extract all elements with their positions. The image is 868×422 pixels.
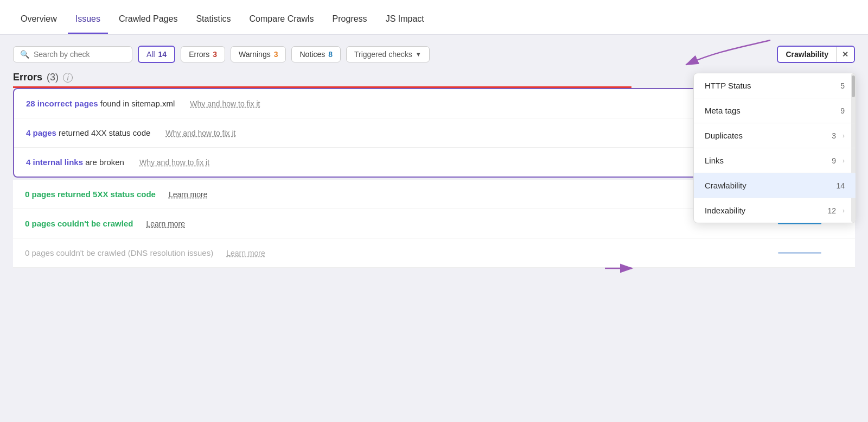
crawl-fail-learn-link[interactable]: Learn more [146,219,185,228]
filter-warnings-button[interactable]: Warnings 3 [231,46,286,62]
nav-crawled-pages[interactable]: Crawled Pages [111,4,186,34]
sitemap-fix-link[interactable]: Why and how to fix it [190,99,260,108]
crawlability-close-button[interactable]: ✕ [836,47,854,62]
nav-overview[interactable]: Overview [13,4,65,34]
4xx-fix-link[interactable]: Why and how to fix it [165,129,235,137]
chevron-down-icon: ▼ [416,51,422,58]
category-dropdown-panel: HTTP Status 5 Meta tags 9 Duplicates 3 ›… [693,73,856,223]
filter-errors-button[interactable]: Errors 3 [181,46,225,62]
5xx-learn-link[interactable]: Learn more [169,190,208,199]
chevron-right-icon-indexability: › [843,207,845,215]
nav-js-impact[interactable]: JS Impact [378,4,432,34]
dropdown-item-meta-tags[interactable]: Meta tags 9 [694,98,856,123]
triggered-checks-button[interactable]: Triggered checks ▼ [346,46,430,62]
dropdown-item-duplicates[interactable]: Duplicates 3 › [694,123,856,148]
dns-text: 0 pages couldn't be crawled (DNS resolut… [25,248,213,257]
nav-progress[interactable]: Progress [325,4,375,34]
chevron-right-icon-links: › [843,157,845,165]
dropdown-item-indexability[interactable]: Indexability 12 › [694,198,856,223]
crawl-fail-green-text: 0 pages couldn't be crawled [25,219,133,228]
5xx-green-text: 0 pages returned 5XX status code [25,190,156,199]
crawlability-filter-button[interactable]: Crawlability ✕ [777,46,855,63]
dns-progress-bar [778,252,821,254]
nav-compare-crawls[interactable]: Compare Crawls [241,4,321,34]
dns-learn-link[interactable]: Learn more [226,249,265,257]
4xx-error-link[interactable]: 4 pages [26,128,56,137]
dropdown-item-crawlability[interactable]: Crawlability 14 [694,173,856,198]
chevron-right-icon: › [843,132,845,140]
sitemap-error-link[interactable]: 28 incorrect pages [26,99,98,108]
info-icon[interactable]: i [63,73,73,83]
nav-issues[interactable]: Issues [68,4,108,34]
nav-statistics[interactable]: Statistics [188,4,238,34]
filter-bar: 🔍 All 14 Errors 3 Warnings 3 Notices 8 T… [13,46,855,63]
top-navigation: Overview Issues Crawled Pages Statistics… [0,0,868,35]
search-input[interactable] [34,50,125,59]
filter-all-button[interactable]: All 14 [138,46,175,63]
filter-notices-button[interactable]: Notices 8 [291,46,340,62]
green-item-dns: 0 pages couldn't be crawled (DNS resolut… [13,238,855,268]
search-box[interactable]: 🔍 [13,46,132,62]
broken-links-error-link[interactable]: 4 internal links [26,158,83,167]
search-icon: 🔍 [20,50,29,59]
main-content: 🔍 All 14 Errors 3 Warnings 3 Notices 8 T… [0,35,868,279]
broken-links-fix-link[interactable]: Why and how to fix it [139,158,209,167]
dropdown-item-links[interactable]: Links 9 › [694,148,856,173]
dropdown-item-http-status[interactable]: HTTP Status 5 [694,73,856,98]
